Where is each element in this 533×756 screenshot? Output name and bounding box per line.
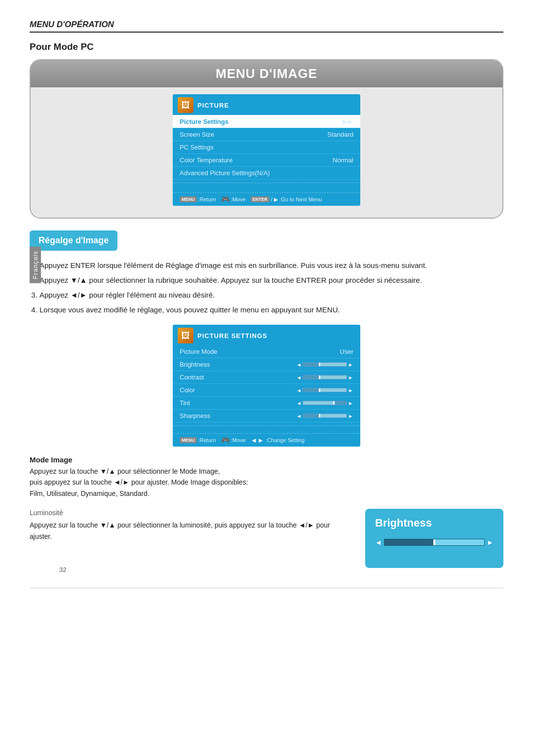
osd-footer-2: MENU :Return 🎮 :Move ◄► :Change Setting bbox=[173, 433, 360, 447]
menu-image-container: MENU D'IMAGE 🖼 PICTURE Picture Settings … bbox=[30, 59, 503, 219]
osd-row-picture-mode[interactable]: Picture Mode User bbox=[173, 345, 360, 358]
luminosite-title: Luminosité bbox=[30, 509, 350, 517]
footer-move: 🎮 :Move bbox=[221, 195, 246, 203]
b-seg-dark bbox=[384, 539, 433, 545]
footer2-return-label: :Return bbox=[198, 437, 216, 443]
b-arrow-left: ◄ bbox=[375, 538, 382, 546]
bottom-rule bbox=[30, 588, 503, 588]
track-dark bbox=[303, 414, 319, 417]
arrow-right-sharpness: ► bbox=[348, 413, 353, 419]
osd-row-label: Picture Settings bbox=[180, 118, 340, 125]
bottom-section: Luminosité Appuyez sur la touche ▼/▲ pou… bbox=[30, 509, 503, 568]
nav-icon: 🎮 bbox=[221, 195, 229, 203]
osd-title-1: PICTURE bbox=[197, 102, 229, 109]
osd-panel-2: 🖼 PICTURE SETTINGS Picture Mode User Bri… bbox=[173, 325, 360, 447]
osd-row-label: Color Temperature bbox=[180, 156, 333, 164]
b-seg-light bbox=[435, 539, 484, 545]
instruction-3: Appuyez ◄/► pour régler l'élément au niv… bbox=[39, 289, 503, 301]
osd-row-sharpness[interactable]: Sharpness ◄ ► bbox=[173, 410, 360, 422]
osd-label-color: Color bbox=[180, 386, 296, 394]
arrow-right-contrast: ► bbox=[348, 375, 353, 380]
track-light bbox=[320, 363, 346, 366]
osd-label-sharpness: Sharpness bbox=[180, 412, 296, 419]
osd-row-pc-settings[interactable]: PC Settings bbox=[173, 141, 360, 154]
luminosite-text: Appuyez sur la touche ▼/▲ pour sélection… bbox=[30, 520, 350, 542]
arrow-left-color: ◄ bbox=[296, 387, 302, 393]
osd-row-tint[interactable]: Tint ◄ ► bbox=[173, 397, 360, 410]
osd-row-brightness[interactable]: Brightness ◄ ► bbox=[173, 358, 360, 371]
osd-label-contrast: Contrast bbox=[180, 374, 296, 381]
arrow-right-brightness: ► bbox=[348, 362, 353, 368]
footer2-change-label: :Change Setting bbox=[266, 437, 305, 443]
osd-row-contrast[interactable]: Contrast ◄ ► bbox=[173, 371, 360, 384]
osd-row-label: Advanced Picture Settings(N/A) bbox=[180, 169, 353, 177]
color-slider: ◄ ► bbox=[296, 387, 353, 393]
nav-icon-2: 🎮 bbox=[221, 436, 229, 444]
osd-row-picture-settings[interactable]: Picture Settings ▶▶ bbox=[173, 115, 360, 128]
menu-btn-2: MENU bbox=[180, 437, 197, 443]
contrast-track bbox=[303, 375, 347, 379]
osd-label-tint: Tint bbox=[180, 399, 296, 407]
footer-return-label: :Return bbox=[198, 196, 216, 202]
instruction-2: Appuyez ▼/▲ pour sélectionner la rubriqu… bbox=[39, 274, 503, 286]
osd-footer-1: MENU :Return 🎮 :Move ENTER / ▶ :Go to Ne… bbox=[173, 192, 360, 206]
arrow-right-color: ► bbox=[348, 387, 353, 393]
mode-image-title: Mode Image bbox=[30, 455, 503, 464]
osd-row-color[interactable]: Color ◄ ► bbox=[173, 384, 360, 397]
mode-image-section: Mode Image Appuyez sur la touche ▼/▲ pou… bbox=[30, 455, 503, 499]
arrow-left-contrast: ◄ bbox=[296, 375, 302, 380]
menu-btn: MENU bbox=[180, 196, 197, 202]
instruction-list: Appuyez ENTER lorsque l'élément de Régla… bbox=[39, 260, 503, 316]
picture-icon-2: 🖼 bbox=[178, 328, 193, 343]
osd-row-value: Standard bbox=[327, 131, 353, 138]
brightness-box: Brightness ◄ ► bbox=[365, 509, 503, 568]
osd-row-advanced[interactable]: Advanced Picture Settings(N/A) bbox=[173, 167, 360, 180]
tint-track bbox=[303, 401, 347, 405]
osd-value-picture-mode: User bbox=[340, 348, 353, 355]
brightness-track-display bbox=[384, 539, 485, 546]
instruction-1: Appuyez ENTER lorsque l'élément de Régla… bbox=[39, 260, 503, 271]
section1-title: Pour Mode PC bbox=[30, 41, 503, 52]
menu-image-title: MENU D'IMAGE bbox=[31, 60, 502, 87]
osd-row-screen-size[interactable]: Screen Size Standard bbox=[173, 128, 360, 141]
track-light bbox=[320, 414, 346, 417]
arrow-left-tint: ◄ bbox=[296, 400, 302, 406]
footer2-return: MENU :Return bbox=[180, 437, 216, 443]
tint-slider: ◄ ► bbox=[296, 400, 353, 406]
track-dark bbox=[303, 388, 319, 392]
page-header: MENU D'OPÉRATION bbox=[30, 20, 503, 30]
contrast-slider: ◄ ► bbox=[296, 375, 353, 380]
footer-move-label: :Move bbox=[231, 196, 246, 202]
osd-header-1: 🖼 PICTURE bbox=[173, 94, 360, 115]
osd-header-2: 🖼 PICTURE SETTINGS bbox=[173, 325, 360, 345]
track-light bbox=[320, 388, 346, 392]
arrow-left-sharpness: ◄ bbox=[296, 413, 302, 419]
brightness-track bbox=[303, 362, 347, 367]
b-arrow-right: ► bbox=[487, 538, 494, 546]
track-dark bbox=[303, 376, 319, 379]
mode-image-text: Appuyez sur la touche ▼/▲ pour sélection… bbox=[30, 466, 503, 499]
track-light bbox=[303, 401, 333, 405]
footer2-change: ◄► :Change Setting bbox=[251, 436, 305, 444]
track-dark bbox=[335, 401, 346, 405]
regalge-box: Régalge d'Image bbox=[30, 230, 117, 251]
brightness-box-title: Brightness bbox=[375, 517, 432, 529]
color-track bbox=[303, 388, 347, 392]
luminosite-section: Luminosité Appuyez sur la touche ▼/▲ pou… bbox=[30, 509, 350, 542]
footer2-move: 🎮 :Move bbox=[221, 436, 246, 444]
francais-label: Français bbox=[30, 247, 41, 283]
osd-row-label: PC Settings bbox=[180, 144, 353, 151]
footer-next-label: / ▶ :Go to Next Menu bbox=[271, 196, 322, 203]
osd-panel-1: 🖼 PICTURE Picture Settings ▶▶ Screen Siz… bbox=[173, 94, 360, 206]
osd-label-brightness: Brightness bbox=[180, 361, 296, 368]
brightness-slider-display: ◄ ► bbox=[375, 538, 494, 546]
osd-row-color-temp[interactable]: Color Temperature Normal bbox=[173, 154, 360, 167]
page-number: 32 bbox=[59, 566, 66, 573]
track-light bbox=[320, 376, 346, 379]
osd-label-picture-mode: Picture Mode bbox=[180, 348, 340, 355]
footer2-move-label: :Move bbox=[231, 437, 246, 443]
footer-next: ENTER / ▶ :Go to Next Menu bbox=[251, 196, 322, 203]
picture-icon-1: 🖼 bbox=[178, 97, 193, 113]
osd-row-label: Screen Size bbox=[180, 131, 327, 138]
footer-return: MENU :Return bbox=[180, 196, 216, 202]
